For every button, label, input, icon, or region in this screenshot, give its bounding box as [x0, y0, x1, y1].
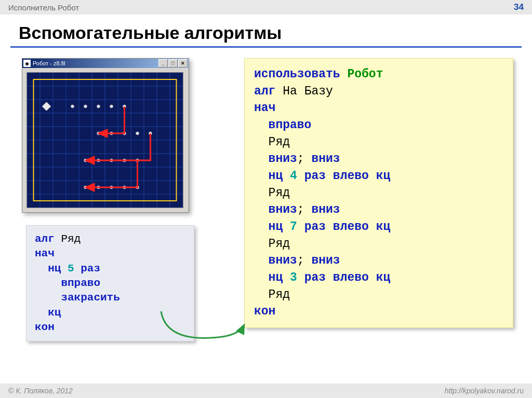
page-number: 34	[514, 2, 524, 12]
code-line: кц	[35, 306, 185, 320]
slide-header: Исполнитель Робот 34	[0, 0, 532, 15]
code-block-main: использовать Роботалг На Базунач вправо …	[244, 58, 513, 328]
code-line: вниз; вниз	[254, 201, 503, 218]
code-line: алг На Базу	[254, 83, 503, 100]
code-line: нц 3 раз влево кц	[254, 269, 503, 286]
slide-footer: © К. Поляков, 2012 http://kpolyakov.naro…	[0, 383, 532, 398]
code-line: нц 4 раз влево кц	[254, 168, 503, 185]
code-line: алг Ряд	[35, 232, 185, 246]
svg-point-27	[97, 105, 100, 108]
window-titlebar: ☻ Робот - z8.fil _ □ ✕	[22, 59, 189, 68]
slide-title: Вспомогательные алгоритмы	[19, 23, 532, 43]
code-line: вниз; вниз	[254, 150, 503, 168]
svg-point-25	[71, 105, 74, 108]
title-underline	[10, 46, 522, 48]
robot-grid	[26, 72, 183, 208]
copyright: © К. Поляков, 2012	[8, 387, 73, 395]
code-block-subroutine: алг Ряднач нц 5 раз вправо закрасить кцк…	[26, 225, 194, 341]
breadcrumb: Исполнитель Робот	[8, 3, 79, 12]
window-controls: _ □ ✕	[158, 59, 188, 67]
code-line: использовать Робот	[254, 66, 503, 83]
app-icon: ☻	[23, 60, 31, 67]
code-line: нач	[35, 246, 185, 261]
close-button[interactable]: ✕	[178, 59, 188, 67]
code-line: кон	[254, 303, 503, 320]
code-line: нц 7 раз влево кц	[254, 218, 503, 236]
code-line: Ряд	[254, 185, 503, 202]
svg-point-28	[110, 105, 113, 108]
robot-grid-svg	[27, 73, 183, 208]
svg-point-26	[84, 105, 87, 108]
footer-url: http://kpolyakov.narod.ru	[445, 387, 524, 395]
svg-point-33	[136, 132, 139, 135]
robot-window: ☻ Робот - z8.fil _ □ ✕	[22, 58, 189, 213]
code-line: нц 5 раз	[35, 262, 185, 276]
code-line: нач	[254, 100, 503, 117]
minimize-button[interactable]: _	[158, 59, 168, 67]
content-area: ☻ Робот - z8.fil _ □ ✕ алг Ряднач нц 5 р…	[0, 57, 532, 368]
code-line: кон	[35, 320, 185, 335]
slide: Исполнитель Робот 34 Вспомогательные алг…	[0, 0, 532, 398]
svg-marker-45	[43, 102, 51, 111]
grid-area	[22, 68, 189, 212]
window-title: Робот - z8.fil	[33, 60, 158, 66]
code-line: вправо	[35, 276, 185, 291]
code-line: закрасить	[35, 291, 185, 305]
code-line: Ряд	[254, 286, 503, 304]
code-line: Ряд	[254, 236, 503, 253]
maximize-button[interactable]: □	[168, 59, 178, 67]
code-line: вправо	[254, 117, 503, 134]
code-line: вниз; вниз	[254, 252, 503, 269]
code-line: Ряд	[254, 134, 503, 151]
